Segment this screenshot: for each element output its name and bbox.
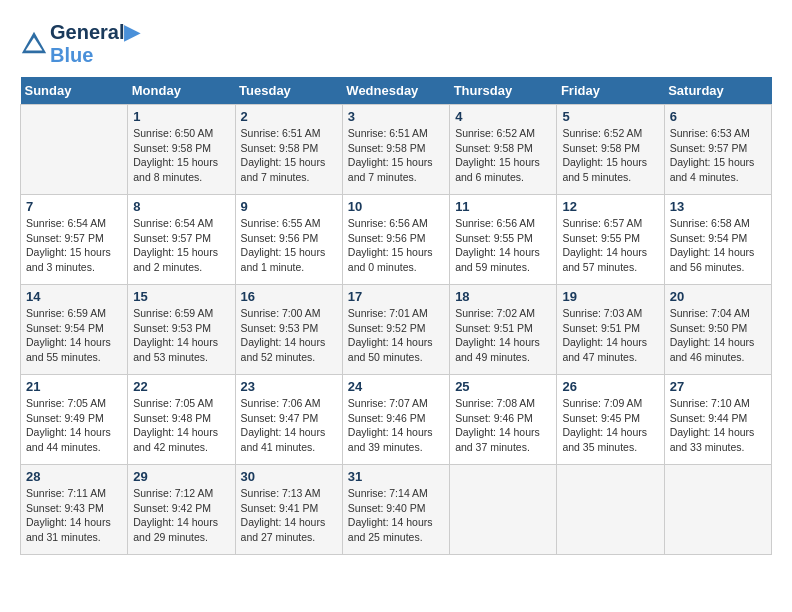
day-number: 21	[26, 379, 122, 394]
column-header-monday: Monday	[128, 77, 235, 105]
day-number: 19	[562, 289, 658, 304]
day-info: Sunrise: 6:54 AM Sunset: 9:57 PM Dayligh…	[26, 216, 122, 275]
day-info: Sunrise: 7:03 AM Sunset: 9:51 PM Dayligh…	[562, 306, 658, 365]
day-info: Sunrise: 6:52 AM Sunset: 9:58 PM Dayligh…	[562, 126, 658, 185]
calendar-cell: 1Sunrise: 6:50 AM Sunset: 9:58 PM Daylig…	[128, 105, 235, 195]
day-number: 26	[562, 379, 658, 394]
week-row-1: 1Sunrise: 6:50 AM Sunset: 9:58 PM Daylig…	[21, 105, 772, 195]
day-number: 2	[241, 109, 337, 124]
day-number: 16	[241, 289, 337, 304]
day-number: 5	[562, 109, 658, 124]
calendar-cell	[664, 465, 771, 555]
calendar-cell: 31Sunrise: 7:14 AM Sunset: 9:40 PM Dayli…	[342, 465, 449, 555]
day-number: 13	[670, 199, 766, 214]
day-info: Sunrise: 7:06 AM Sunset: 9:47 PM Dayligh…	[241, 396, 337, 455]
calendar-cell: 10Sunrise: 6:56 AM Sunset: 9:56 PM Dayli…	[342, 195, 449, 285]
week-row-4: 21Sunrise: 7:05 AM Sunset: 9:49 PM Dayli…	[21, 375, 772, 465]
day-info: Sunrise: 7:12 AM Sunset: 9:42 PM Dayligh…	[133, 486, 229, 545]
column-header-wednesday: Wednesday	[342, 77, 449, 105]
day-number: 23	[241, 379, 337, 394]
day-info: Sunrise: 7:05 AM Sunset: 9:49 PM Dayligh…	[26, 396, 122, 455]
day-info: Sunrise: 7:07 AM Sunset: 9:46 PM Dayligh…	[348, 396, 444, 455]
day-number: 24	[348, 379, 444, 394]
calendar-cell: 24Sunrise: 7:07 AM Sunset: 9:46 PM Dayli…	[342, 375, 449, 465]
day-info: Sunrise: 7:02 AM Sunset: 9:51 PM Dayligh…	[455, 306, 551, 365]
day-info: Sunrise: 6:59 AM Sunset: 9:54 PM Dayligh…	[26, 306, 122, 365]
day-number: 9	[241, 199, 337, 214]
calendar-cell: 4Sunrise: 6:52 AM Sunset: 9:58 PM Daylig…	[450, 105, 557, 195]
day-number: 7	[26, 199, 122, 214]
calendar-table: SundayMondayTuesdayWednesdayThursdayFrid…	[20, 77, 772, 555]
day-info: Sunrise: 6:50 AM Sunset: 9:58 PM Dayligh…	[133, 126, 229, 185]
column-header-saturday: Saturday	[664, 77, 771, 105]
day-info: Sunrise: 6:59 AM Sunset: 9:53 PM Dayligh…	[133, 306, 229, 365]
calendar-cell: 22Sunrise: 7:05 AM Sunset: 9:48 PM Dayli…	[128, 375, 235, 465]
day-number: 11	[455, 199, 551, 214]
day-info: Sunrise: 7:11 AM Sunset: 9:43 PM Dayligh…	[26, 486, 122, 545]
day-info: Sunrise: 7:14 AM Sunset: 9:40 PM Dayligh…	[348, 486, 444, 545]
day-number: 3	[348, 109, 444, 124]
logo: General▶ Blue	[20, 20, 139, 67]
calendar-cell: 12Sunrise: 6:57 AM Sunset: 9:55 PM Dayli…	[557, 195, 664, 285]
calendar-cell	[450, 465, 557, 555]
calendar-cell: 7Sunrise: 6:54 AM Sunset: 9:57 PM Daylig…	[21, 195, 128, 285]
calendar-cell: 26Sunrise: 7:09 AM Sunset: 9:45 PM Dayli…	[557, 375, 664, 465]
day-number: 27	[670, 379, 766, 394]
day-info: Sunrise: 6:58 AM Sunset: 9:54 PM Dayligh…	[670, 216, 766, 275]
day-info: Sunrise: 7:09 AM Sunset: 9:45 PM Dayligh…	[562, 396, 658, 455]
calendar-cell: 20Sunrise: 7:04 AM Sunset: 9:50 PM Dayli…	[664, 285, 771, 375]
calendar-cell: 16Sunrise: 7:00 AM Sunset: 9:53 PM Dayli…	[235, 285, 342, 375]
calendar-cell: 23Sunrise: 7:06 AM Sunset: 9:47 PM Dayli…	[235, 375, 342, 465]
day-number: 6	[670, 109, 766, 124]
calendar-cell: 11Sunrise: 6:56 AM Sunset: 9:55 PM Dayli…	[450, 195, 557, 285]
column-header-tuesday: Tuesday	[235, 77, 342, 105]
day-info: Sunrise: 7:00 AM Sunset: 9:53 PM Dayligh…	[241, 306, 337, 365]
day-info: Sunrise: 7:01 AM Sunset: 9:52 PM Dayligh…	[348, 306, 444, 365]
calendar-cell: 28Sunrise: 7:11 AM Sunset: 9:43 PM Dayli…	[21, 465, 128, 555]
logo-text: General▶ Blue	[50, 20, 139, 67]
calendar-cell: 8Sunrise: 6:54 AM Sunset: 9:57 PM Daylig…	[128, 195, 235, 285]
calendar-cell: 13Sunrise: 6:58 AM Sunset: 9:54 PM Dayli…	[664, 195, 771, 285]
day-info: Sunrise: 7:04 AM Sunset: 9:50 PM Dayligh…	[670, 306, 766, 365]
week-row-5: 28Sunrise: 7:11 AM Sunset: 9:43 PM Dayli…	[21, 465, 772, 555]
day-number: 17	[348, 289, 444, 304]
calendar-cell: 18Sunrise: 7:02 AM Sunset: 9:51 PM Dayli…	[450, 285, 557, 375]
calendar-cell: 19Sunrise: 7:03 AM Sunset: 9:51 PM Dayli…	[557, 285, 664, 375]
day-number: 14	[26, 289, 122, 304]
day-info: Sunrise: 6:56 AM Sunset: 9:55 PM Dayligh…	[455, 216, 551, 275]
week-row-2: 7Sunrise: 6:54 AM Sunset: 9:57 PM Daylig…	[21, 195, 772, 285]
calendar-cell: 9Sunrise: 6:55 AM Sunset: 9:56 PM Daylig…	[235, 195, 342, 285]
calendar-cell: 15Sunrise: 6:59 AM Sunset: 9:53 PM Dayli…	[128, 285, 235, 375]
day-info: Sunrise: 6:52 AM Sunset: 9:58 PM Dayligh…	[455, 126, 551, 185]
calendar-cell	[21, 105, 128, 195]
calendar-cell: 3Sunrise: 6:51 AM Sunset: 9:58 PM Daylig…	[342, 105, 449, 195]
column-header-sunday: Sunday	[21, 77, 128, 105]
day-info: Sunrise: 6:54 AM Sunset: 9:57 PM Dayligh…	[133, 216, 229, 275]
day-number: 1	[133, 109, 229, 124]
calendar-cell: 27Sunrise: 7:10 AM Sunset: 9:44 PM Dayli…	[664, 375, 771, 465]
calendar-cell: 25Sunrise: 7:08 AM Sunset: 9:46 PM Dayli…	[450, 375, 557, 465]
day-number: 4	[455, 109, 551, 124]
day-number: 25	[455, 379, 551, 394]
day-number: 12	[562, 199, 658, 214]
day-number: 20	[670, 289, 766, 304]
day-info: Sunrise: 6:56 AM Sunset: 9:56 PM Dayligh…	[348, 216, 444, 275]
day-number: 31	[348, 469, 444, 484]
day-number: 28	[26, 469, 122, 484]
day-info: Sunrise: 7:13 AM Sunset: 9:41 PM Dayligh…	[241, 486, 337, 545]
column-header-friday: Friday	[557, 77, 664, 105]
calendar-cell: 17Sunrise: 7:01 AM Sunset: 9:52 PM Dayli…	[342, 285, 449, 375]
day-info: Sunrise: 7:05 AM Sunset: 9:48 PM Dayligh…	[133, 396, 229, 455]
calendar-cell	[557, 465, 664, 555]
day-info: Sunrise: 6:51 AM Sunset: 9:58 PM Dayligh…	[348, 126, 444, 185]
calendar-cell: 6Sunrise: 6:53 AM Sunset: 9:57 PM Daylig…	[664, 105, 771, 195]
page-header: General▶ Blue	[20, 20, 772, 67]
calendar-cell: 30Sunrise: 7:13 AM Sunset: 9:41 PM Dayli…	[235, 465, 342, 555]
day-number: 10	[348, 199, 444, 214]
week-row-3: 14Sunrise: 6:59 AM Sunset: 9:54 PM Dayli…	[21, 285, 772, 375]
day-info: Sunrise: 6:57 AM Sunset: 9:55 PM Dayligh…	[562, 216, 658, 275]
day-info: Sunrise: 6:53 AM Sunset: 9:57 PM Dayligh…	[670, 126, 766, 185]
calendar-cell: 14Sunrise: 6:59 AM Sunset: 9:54 PM Dayli…	[21, 285, 128, 375]
day-number: 22	[133, 379, 229, 394]
logo-icon	[20, 30, 48, 58]
